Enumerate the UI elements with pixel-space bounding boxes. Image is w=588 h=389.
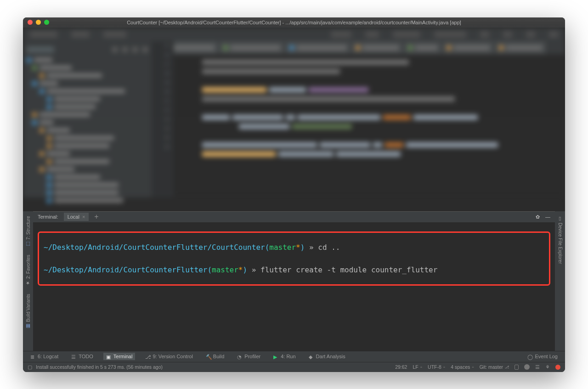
right-tool-strip: ▯Device File Explorer: [555, 211, 565, 351]
profiler-tab[interactable]: ◔ Profiler: [234, 353, 263, 360]
favorites-tab[interactable]: ★2: Favorites: [26, 254, 31, 285]
event-log-icon: ◯: [527, 354, 532, 359]
terminal-tab[interactable]: ▣ Terminal: [103, 353, 136, 360]
lower-panel-wrapper: ▤Build Variants ★2: Favorites ⬚7: Struct…: [23, 211, 565, 351]
titlebar: CourtCounter [~/Desktop/Android/CourtCou…: [23, 17, 565, 28]
window-title: CourtCounter [~/Desktop/Android/CourtCou…: [127, 20, 461, 25]
todo-icon: ☰: [71, 354, 76, 359]
file-encoding[interactable]: UTF-8 ÷: [428, 364, 445, 370]
dart-analysis-tab[interactable]: ◆ Dart Analysis: [306, 353, 348, 360]
window-controls: [23, 20, 49, 25]
device-file-explorer-tab[interactable]: ▯Device File Explorer: [558, 216, 563, 264]
run-tab[interactable]: ▶ 4: Run: [271, 353, 298, 360]
profiler-icon: ◔: [237, 354, 242, 359]
terminal-settings-icon[interactable]: ✿: [536, 214, 540, 220]
git-branch[interactable]: Git: master ⎇: [480, 364, 509, 370]
indent-setting[interactable]: 4 spaces ÷: [451, 364, 474, 370]
todo-tab[interactable]: ☰ TODO: [68, 353, 96, 360]
bottom-tool-tabs: ≣ 6: Logcat ☰ TODO ▣ Terminal ⎇ 9: Versi…: [23, 351, 565, 362]
terminal-line: ~/Desktop/Android/CourtCounterFlutter/Co…: [44, 241, 544, 254]
build-tab[interactable]: 🔨 Build: [203, 353, 227, 360]
blurred-editor-area: 25 26 27 28 29 30 31 32 33 34 35 36: [23, 28, 565, 211]
terminal-header-label: Terminal:: [38, 214, 58, 220]
logcat-icon: ≣: [30, 354, 35, 359]
build-icon: 🔨: [206, 354, 211, 359]
status-bar: ▢ Install successfully finished in 5 s 2…: [23, 362, 565, 372]
line-ending[interactable]: LF ÷: [413, 364, 422, 370]
status-message: Install successfully finished in 5 s 273…: [36, 364, 163, 370]
maximize-window-button[interactable]: [44, 20, 49, 25]
terminal-icon: ▣: [106, 354, 111, 359]
build-variants-tab[interactable]: ▤Build Variants: [26, 293, 31, 328]
lock-icon[interactable]: [514, 365, 519, 370]
minimize-window-button[interactable]: [36, 20, 41, 25]
terminal-tab-label: Local: [68, 214, 79, 220]
close-window-button[interactable]: [28, 20, 33, 25]
terminal-body[interactable]: ~/Desktop/Android/CourtCounterFlutter/Co…: [33, 222, 555, 351]
add-terminal-tab-icon[interactable]: +: [94, 213, 98, 221]
dart-icon: ◆: [309, 354, 314, 359]
terminal-line: ~/Desktop/Android/CourtCounterFlutter(ma…: [44, 264, 544, 276]
run-icon: ▶: [273, 354, 278, 359]
left-tool-strip: ▤Build Variants ★2: Favorites ⬚7: Struct…: [23, 211, 33, 351]
ide-window: CourtCounter [~/Desktop/Android/CourtCou…: [23, 17, 565, 372]
structure-tab[interactable]: ⬚7: Structure: [26, 216, 31, 247]
terminal-hide-icon[interactable]: —: [545, 214, 550, 220]
version-control-tab[interactable]: ⎇ 9: Version Control: [142, 353, 195, 360]
event-log-tab[interactable]: ◯ Event Log: [525, 353, 560, 360]
cart-icon[interactable]: ☰: [535, 364, 540, 370]
status-box-icon[interactable]: ▢: [28, 364, 32, 370]
vcs-icon: ⎇: [145, 354, 150, 359]
logcat-tab[interactable]: ≣ 6: Logcat: [28, 353, 61, 360]
annotation-highlight-box: ~/Desktop/Android/CourtCounterFlutter/Co…: [38, 231, 550, 286]
terminal-tab-local[interactable]: Local ×: [64, 213, 89, 221]
error-indicator-icon[interactable]: [555, 365, 560, 370]
terminal-header: Terminal: Local × + ✿ —: [33, 211, 555, 222]
person-icon[interactable]: ⚘: [545, 364, 550, 370]
terminal-panel: Terminal: Local × + ✿ — ~/Desktop/Androi…: [33, 211, 555, 351]
inspector-face-icon[interactable]: [524, 364, 530, 370]
close-terminal-tab-icon[interactable]: ×: [82, 214, 85, 220]
caret-position[interactable]: 29:62: [395, 364, 407, 370]
